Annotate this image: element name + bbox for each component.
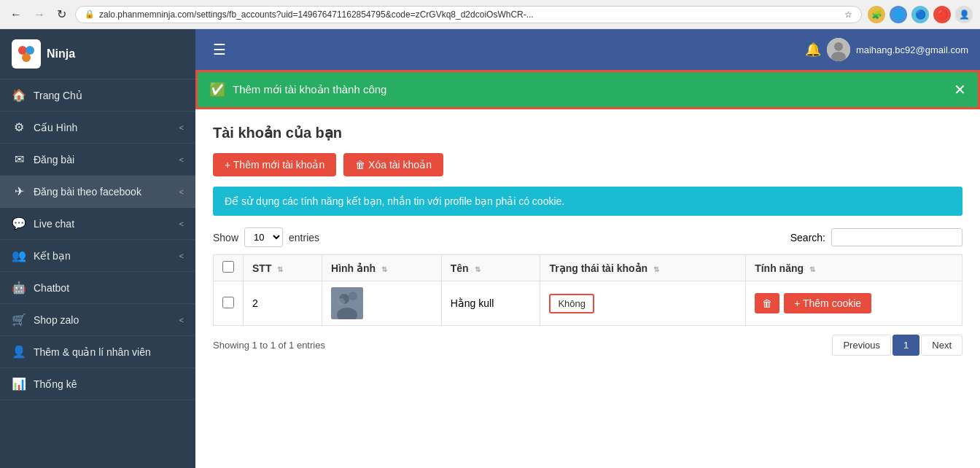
user-avatar-browser[interactable]: 👤 [955, 6, 973, 23]
header-hinh-anh: Hình ảnh ⇅ [322, 255, 442, 281]
pagination: Previous 1 Next [832, 335, 962, 356]
header-stt: STT ⇅ [244, 255, 322, 281]
action-buttons-row: 🗑 + Thêm cookie [755, 293, 953, 313]
success-alert: ✅ Thêm mới tài khoản thành công ✕ [195, 70, 980, 109]
sidebar-item-shop-zalo[interactable]: 🛒 Shop zalo < [0, 304, 195, 336]
add-cookie-button[interactable]: + Thêm cookie [784, 293, 871, 313]
row-action-cell: 🗑 + Thêm cookie [746, 281, 962, 326]
user-menu[interactable]: maihang.bc92@gmail.com [827, 38, 968, 61]
sidebar-item-dang-bai[interactable]: ✉ Đăng bài < [0, 144, 195, 176]
browser-icons: 🧩 🌐 🔵 🔴 👤 [868, 6, 973, 23]
sidebar-label-live-chat: Live chat [34, 218, 172, 230]
browser-bar: ← → ↻ 🔒 zalo.phanmemninja.com/settings/f… [0, 0, 980, 29]
header-checkbox [214, 255, 244, 281]
sidebar-label-shop-zalo: Shop zalo [34, 314, 172, 326]
send-icon: ✉ [12, 152, 26, 166]
sidebar-label-trang-chu: Trang Chủ [34, 90, 184, 101]
sort-hinh-anh-icon[interactable]: ⇅ [381, 265, 387, 273]
user-avatar [827, 38, 850, 61]
table-controls: Show 10 25 50 entries Search: [213, 227, 962, 247]
entries-select[interactable]: 10 25 50 [244, 227, 283, 247]
notification-bell[interactable]: 🔔 [799, 36, 827, 63]
ext-icon-1[interactable]: 🧩 [868, 6, 885, 23]
url-text: zalo.phanmemninja.com/settings/fb_accoun… [99, 9, 840, 20]
page-1-button[interactable]: 1 [892, 335, 919, 356]
action-buttons: + Thêm mới tài khoản 🗑 Xóa tài khoản [213, 153, 962, 176]
row-checkbox[interactable] [222, 297, 234, 308]
star-icon[interactable]: ☆ [844, 9, 852, 20]
friends-icon: 👥 [12, 249, 26, 262]
shop-icon: 🛒 [12, 313, 26, 327]
add-account-button[interactable]: + Thêm mới tài khoản [213, 153, 336, 176]
show-entries: Show 10 25 50 entries [213, 227, 319, 247]
svg-point-2 [22, 53, 31, 62]
arrow-live-chat: < [179, 219, 184, 228]
table-footer: Showing 1 to 1 of 1 entries Previous 1 N… [213, 335, 962, 356]
sort-tinh-nang-icon[interactable]: ⇅ [809, 265, 815, 273]
sidebar-item-thong-ke[interactable]: 📊 Thống kê [0, 368, 195, 400]
sidebar-logo: Ninja [0, 29, 195, 79]
check-circle-icon: ✅ [209, 82, 225, 98]
stt-label: STT [252, 262, 271, 274]
trang-thai-label: Trạng thái tài khoản [549, 262, 648, 274]
previous-button[interactable]: Previous [832, 335, 891, 356]
chat-icon: 💬 [12, 217, 26, 230]
table-info: Showing 1 to 1 of 1 entries [213, 340, 325, 351]
svg-point-4 [834, 42, 843, 51]
page-title: Tài khoản của bạn [213, 124, 962, 141]
sidebar-item-trang-chu[interactable]: 🏠 Trang Chủ [0, 79, 195, 112]
svg-point-10 [338, 298, 345, 305]
facebook-send-icon: ✈ [12, 184, 26, 198]
alert-close-button[interactable]: ✕ [954, 81, 966, 98]
home-icon: 🏠 [12, 88, 26, 102]
delete-row-button[interactable]: 🗑 [755, 293, 779, 313]
back-button[interactable]: ← [7, 7, 25, 23]
search-label: Search: [790, 232, 825, 243]
ten-label: Tên [451, 262, 469, 274]
sidebar-label-chatbot: Chatbot [34, 282, 184, 294]
entries-label: entries [289, 232, 319, 243]
sidebar-item-ket-ban[interactable]: 👥 Kết bạn < [0, 240, 195, 272]
ext-icon-4[interactable]: 🔴 [933, 6, 951, 23]
row-trang-thai-cell: Không [540, 281, 746, 326]
sort-trang-thai-icon[interactable]: ⇅ [653, 265, 659, 273]
header-trang-thai: Trạng thái tài khoản ⇅ [540, 255, 746, 281]
sidebar-item-cau-hinh[interactable]: ⚙ Cấu Hình < [0, 112, 195, 144]
row-stt: 2 [244, 281, 322, 326]
row-checkbox-cell [214, 281, 244, 326]
sidebar-item-live-chat[interactable]: 💬 Live chat < [0, 208, 195, 240]
search-box: Search: [790, 228, 962, 246]
sort-ten-icon[interactable]: ⇅ [475, 265, 481, 273]
ext-icon-3[interactable]: 🔵 [911, 6, 929, 23]
delete-account-button[interactable]: 🗑 Xóa tài khoản [343, 153, 443, 176]
status-badge: Không [549, 294, 594, 313]
next-button[interactable]: Next [921, 335, 962, 356]
search-input[interactable] [831, 228, 962, 246]
page-content: ✅ Thêm mới tài khoản thành công ✕ Tài kh… [195, 70, 980, 468]
header-tinh-nang: Tính năng ⇅ [746, 255, 962, 281]
select-all-checkbox[interactable] [222, 261, 234, 273]
sort-stt-icon[interactable]: ⇅ [277, 265, 283, 273]
cookie-info-box: Để sử dụng các tính năng kết bạn, nhắn t… [213, 187, 962, 216]
sidebar-label-cau-hinh: Cấu Hình [34, 122, 172, 133]
sidebar-label-dang-bai-facebook: Đăng bài theo facebook [34, 186, 172, 198]
tinh-nang-label: Tính năng [755, 262, 804, 274]
arrow-cau-hinh: < [179, 123, 184, 132]
table-row: 2 [214, 281, 962, 326]
sidebar-item-chatbot[interactable]: 🤖 Chatbot [0, 272, 195, 304]
show-label: Show [213, 232, 238, 243]
sidebar-item-nhan-vien[interactable]: 👤 Thêm & quản lí nhân viên [0, 336, 195, 368]
sidebar-label-ket-ban: Kết bạn [34, 250, 172, 262]
sidebar-item-dang-bai-facebook[interactable]: ✈ Đăng bài theo facebook < [0, 176, 195, 208]
row-image [331, 287, 363, 319]
hamburger-button[interactable]: ☰ [207, 35, 232, 64]
lock-icon: 🔒 [85, 9, 95, 19]
ext-icon-2[interactable]: 🌐 [890, 6, 907, 23]
arrow-dang-bai-facebook: < [179, 187, 184, 196]
sidebar-label-thong-ke: Thống kê [34, 378, 184, 390]
refresh-button[interactable]: ↻ [54, 6, 69, 23]
logo-text: Ninja [47, 47, 75, 61]
hinh-anh-label: Hình ảnh [331, 262, 376, 274]
forward-button[interactable]: → [31, 7, 48, 23]
arrow-shop-zalo: < [179, 316, 184, 324]
